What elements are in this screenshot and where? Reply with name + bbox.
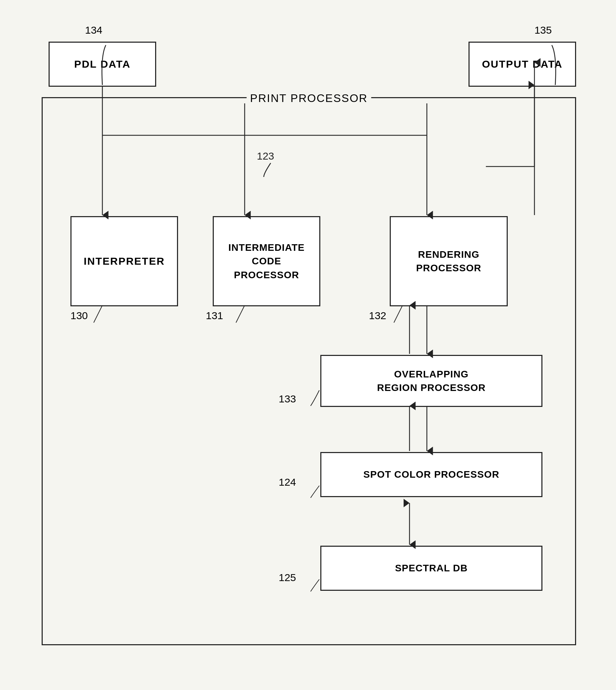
output-data-label: OUTPUT DATA <box>482 58 563 70</box>
print-processor-box: PRINT PROCESSOR INTERPRETER INTERMEDIATE… <box>42 97 576 645</box>
ref-131: 131 <box>206 310 223 322</box>
pdl-data-label: PDL DATA <box>74 58 131 70</box>
ref-124: 124 <box>279 476 296 488</box>
ref-134: 134 <box>85 24 102 36</box>
spectral-db-box: SPECTRAL DB <box>320 546 542 591</box>
rendering-processor-box: RENDERINGPROCESSOR <box>390 216 508 306</box>
spot-color-processor-box: SPOT COLOR PROCESSOR <box>320 452 542 497</box>
intermediate-code-processor-box: INTERMEDIATECODEPROCESSOR <box>213 216 320 306</box>
overlapping-region-processor-box: OVERLAPPINGREGION PROCESSOR <box>320 355 542 407</box>
spectral-label: SPECTRAL DB <box>395 563 468 574</box>
spot-label: SPOT COLOR PROCESSOR <box>363 469 499 480</box>
ref-133: 133 <box>279 393 296 405</box>
print-processor-label: PRINT PROCESSOR <box>247 92 371 105</box>
ref-135: 135 <box>534 24 552 36</box>
diagram: 134 135 PDL DATA OUTPUT DATA PRINT PROCE… <box>21 21 593 673</box>
output-data-box: OUTPUT DATA <box>469 42 576 87</box>
ref-125: 125 <box>279 572 296 583</box>
rendering-label: RENDERINGPROCESSOR <box>416 248 481 275</box>
pdl-data-box: PDL DATA <box>49 42 156 87</box>
ref-132: 132 <box>369 310 386 322</box>
overlapping-label: OVERLAPPINGREGION PROCESSOR <box>377 367 486 394</box>
interpreter-box: INTERPRETER <box>70 216 178 306</box>
intermediate-label: INTERMEDIATECODEPROCESSOR <box>228 241 305 282</box>
interpreter-label: INTERPRETER <box>84 255 165 267</box>
ref-130: 130 <box>70 310 88 322</box>
